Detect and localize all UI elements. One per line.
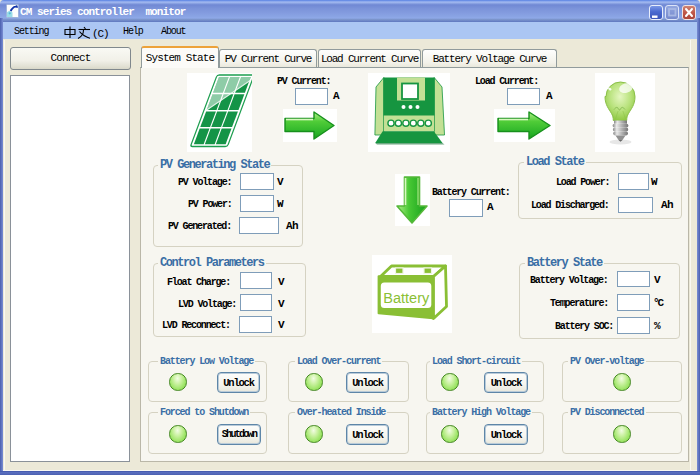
svg-text:Battery: Battery <box>383 289 429 306</box>
svg-text:(C): (C) <box>92 28 109 39</box>
